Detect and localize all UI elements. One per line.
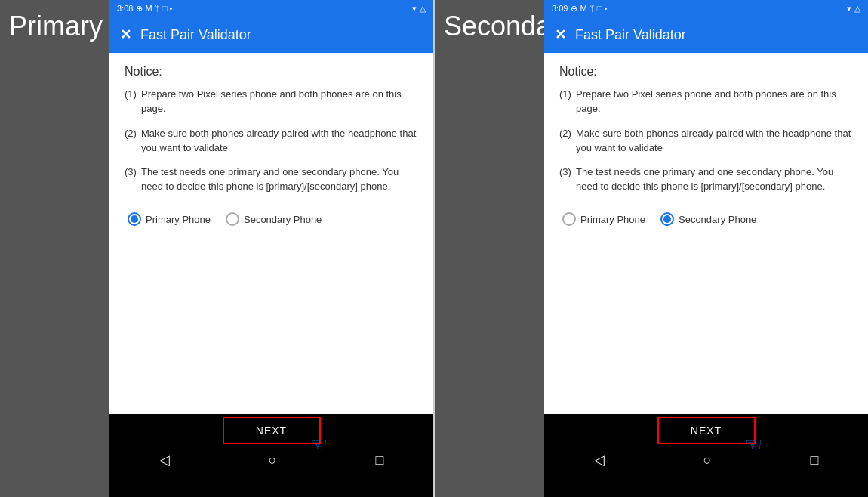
right-primary-radio-circle [562,212,576,226]
left-bottom-bar: NEXT ☞ ◁ ○ □ [109,414,433,497]
list-item: (1) Prepare two Pixel series phone and b… [125,88,418,116]
left-next-button[interactable]: NEXT [232,418,311,443]
left-nav-bar: ◁ ○ □ [109,446,433,471]
right-notice-list: (1) Prepare two Pixel series phone and b… [559,88,853,194]
right-panel-label: Secondary [435,0,544,497]
right-nav-bar: ◁ ○ □ [544,446,868,471]
right-recents-nav[interactable]: □ [811,452,819,468]
right-battery-icon: △ [854,4,860,14]
list-item: (2) Make sure both phones already paired… [125,127,418,156]
item-num: (2) [559,127,576,156]
item-num: (3) [125,165,141,194]
item-text: Prepare two Pixel series phone and both … [576,88,853,116]
item-num: (2) [125,127,141,156]
right-secondary-radio-label: Secondary Phone [679,214,756,225]
right-secondary-radio-inner [663,215,671,223]
right-status-time: 3:09 [552,4,568,13]
left-cursor-icon: ☞ [310,433,328,456]
left-back-nav[interactable]: ◁ [159,452,170,468]
left-status-bar: 3:08 ⊕ M ᛘ □ • ▾ △ [109,0,433,17]
item-text: Make sure both phones already paired wit… [576,127,853,156]
left-secondary-radio-circle [226,212,239,226]
left-recents-nav[interactable]: □ [376,452,384,468]
right-bottom-bar: NEXT ☞ ◁ ○ □ [544,414,868,497]
right-next-button[interactable]: NEXT [666,418,746,443]
left-primary-radio[interactable]: Primary Phone [128,212,211,226]
left-radio-group: Primary Phone Secondary Phone [125,206,418,232]
right-close-button[interactable]: ✕ [555,26,566,43]
item-num: (1) [559,88,576,116]
right-next-area: NEXT ☞ [666,418,746,443]
left-content: Notice: (1) Prepare two Pixel series pho… [109,53,433,414]
right-panel: Secondary 3:09 ⊕ M ᛘ □ • ▾ △ ✕ Fast Pair… [435,0,868,497]
left-next-area: NEXT ☞ [232,418,311,443]
item-text: The test needs one primary and one secon… [141,165,418,194]
right-home-nav[interactable]: ○ [703,452,712,468]
item-num: (1) [125,88,141,116]
left-home-nav[interactable]: ○ [269,452,277,468]
left-close-button[interactable]: ✕ [120,26,131,43]
left-primary-radio-circle [128,212,141,226]
list-item: (3) The test needs one primary and one s… [125,165,418,194]
left-app-bar: ✕ Fast Pair Validator [109,17,433,53]
right-back-nav[interactable]: ◁ [594,452,605,468]
right-app-title: Fast Pair Validator [575,27,686,43]
primary-label: Primary [9,11,103,42]
left-phone-screen: 3:08 ⊕ M ᛘ □ • ▾ △ ✕ Fast Pair Validator… [109,0,433,497]
item-text: Prepare two Pixel series phone and both … [141,88,418,116]
left-app-title: Fast Pair Validator [140,27,251,43]
left-panel: Primary 3:08 ⊕ M ᛘ □ • ▾ △ ✕ Fast Pair V… [0,0,433,497]
left-wifi-icon: ▾ [412,4,417,14]
left-primary-radio-inner [131,215,138,223]
left-primary-radio-label: Primary Phone [146,214,211,225]
right-primary-radio-label: Primary Phone [580,214,645,225]
left-notice-title: Notice: [125,65,418,79]
right-status-bar: 3:09 ⊕ M ᛘ □ • ▾ △ [544,0,868,17]
item-num: (3) [559,165,576,194]
right-content: Notice: (1) Prepare two Pixel series pho… [544,53,868,414]
right-secondary-radio-circle [660,212,674,226]
list-item: (2) Make sure both phones already paired… [559,127,853,156]
item-text: Make sure both phones already paired wit… [141,127,418,156]
left-battery-icon: △ [420,4,426,14]
item-text: The test needs one primary and one secon… [576,165,853,194]
right-cursor-icon: ☞ [745,433,762,456]
right-app-bar: ✕ Fast Pair Validator [544,17,868,53]
list-item: (3) The test needs one primary and one s… [559,165,853,194]
left-status-icons: ⊕ M ᛘ □ • [136,4,172,14]
right-secondary-radio[interactable]: Secondary Phone [660,212,756,226]
left-secondary-radio[interactable]: Secondary Phone [226,212,322,226]
right-phone-screen: 3:09 ⊕ M ᛘ □ • ▾ △ ✕ Fast Pair Validator… [544,0,868,497]
right-notice-title: Notice: [559,65,853,79]
left-panel-label: Primary [0,0,109,497]
right-radio-group: Primary Phone Secondary Phone [559,206,853,232]
left-status-time: 3:08 [117,4,133,13]
right-primary-radio[interactable]: Primary Phone [562,212,645,226]
right-status-icons: ⊕ M ᛘ □ • [571,4,607,14]
left-notice-list: (1) Prepare two Pixel series phone and b… [125,88,418,194]
left-secondary-radio-label: Secondary Phone [244,214,322,225]
list-item: (1) Prepare two Pixel series phone and b… [559,88,853,116]
right-wifi-icon: ▾ [847,4,851,14]
